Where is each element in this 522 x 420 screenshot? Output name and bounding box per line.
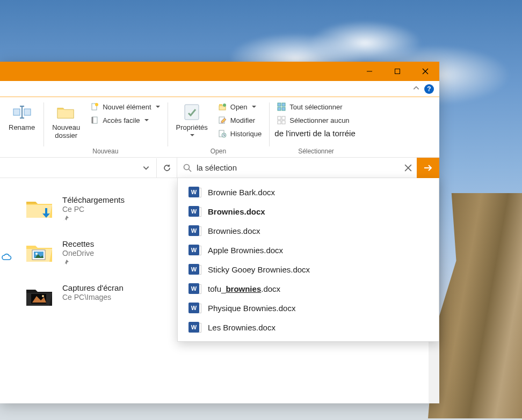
word-doc-icon [189, 283, 199, 294]
refresh-button[interactable] [156, 158, 177, 178]
suggestion-item[interactable]: Brownie Bark.docx [178, 182, 439, 202]
select-none-label: Sélectionner aucun [289, 116, 349, 124]
group-label-new: Nouveau [92, 146, 118, 156]
search-input[interactable] [193, 160, 400, 175]
cloud-sync-icon [1, 253, 12, 263]
invert-selection-label: de l'inverti de la torréie [274, 129, 355, 138]
properties-label: Propriétés [176, 124, 208, 132]
svg-rect-12 [185, 105, 199, 120]
svg-point-10 [95, 103, 98, 106]
easy-access-icon [90, 115, 99, 125]
select-none-icon [277, 115, 286, 125]
file-entry[interactable]: TéléchargementsCe PC [16, 195, 172, 224]
svg-line-28 [189, 169, 192, 172]
word-doc-icon [189, 303, 199, 313]
chevron-down-icon [144, 119, 149, 121]
file-location: Ce PC\Images [62, 293, 124, 301]
svg-rect-5 [24, 109, 31, 115]
chevron-down-icon [190, 134, 194, 136]
pin-icon [62, 215, 125, 224]
svg-rect-4 [13, 109, 20, 115]
search-go-button[interactable] [417, 158, 439, 178]
suggestion-text: Physique Brownies.docx [208, 304, 295, 313]
ribbon-group-select: Tout sélectionner Sélectionner aucun de … [269, 100, 363, 156]
file-title: Recettes [62, 239, 94, 248]
svg-point-27 [184, 164, 190, 170]
svg-point-34 [35, 253, 38, 255]
pin-icon [62, 259, 94, 268]
word-doc-icon [189, 245, 199, 255]
svg-rect-25 [278, 121, 281, 124]
invert-selection-button[interactable]: de l'inverti de la torréie [273, 127, 358, 139]
new-item-icon [90, 102, 99, 112]
svg-rect-23 [278, 116, 281, 120]
suggestion-text: Brownies.docx [208, 226, 260, 235]
open-icon [218, 102, 227, 112]
close-button[interactable] [411, 62, 439, 81]
word-doc-icon [189, 187, 199, 197]
file-list: TéléchargementsCe PCRecettesOneDriveCapt… [0, 178, 177, 403]
search-suggestions-dropdown: Brownie Bark.docxBrownies.docxBrownies.d… [177, 178, 439, 342]
suggestion-item[interactable]: Brownies.docx [178, 221, 439, 240]
ribbon-header: ? [0, 81, 439, 97]
word-doc-icon [189, 322, 199, 333]
minimize-button[interactable] [356, 62, 383, 81]
ribbon: Rename Nouveau dossier [0, 97, 439, 158]
svg-rect-21 [278, 107, 281, 110]
select-none-button[interactable]: Sélectionner aucun [273, 114, 358, 127]
maximize-button[interactable] [383, 62, 411, 81]
file-explorer-window: ? Rename Nouveau dossier [0, 62, 439, 403]
rename-label: Rename [9, 124, 35, 132]
group-label-open: Open [211, 146, 226, 156]
clear-search-button[interactable] [400, 159, 417, 176]
select-all-icon [277, 102, 286, 112]
easy-access-button[interactable]: Accès facile [86, 114, 163, 127]
search-bar [177, 158, 439, 178]
collapse-ribbon-icon[interactable] [412, 84, 420, 94]
word-doc-icon [189, 206, 199, 217]
address-search-bar [0, 158, 439, 178]
open-label: Open [230, 103, 248, 111]
rename-button[interactable]: Rename [4, 100, 39, 134]
edit-icon [218, 115, 227, 125]
file-entry[interactable]: Captures d'écranCe PC\Images [16, 283, 172, 308]
history-label: Historique [230, 130, 262, 138]
ribbon-group-rename: Rename [3, 100, 44, 156]
file-title: Captures d'écran [62, 283, 124, 292]
properties-button[interactable]: Propriétés [172, 100, 212, 138]
file-icon [16, 283, 54, 308]
chevron-down-icon [156, 106, 160, 108]
select-all-label: Tout sélectionner [289, 103, 342, 111]
group-label-select: Sélectionner [298, 146, 334, 156]
svg-rect-14 [219, 104, 222, 106]
ribbon-group-open: Propriétés Open Mod [168, 100, 270, 156]
word-doc-icon [189, 264, 199, 275]
title-bar[interactable] [0, 62, 439, 81]
svg-point-36 [42, 295, 44, 297]
suggestion-item[interactable]: Brownies.docx [178, 202, 439, 221]
suggestion-item[interactable]: Apple Brownies.docx [178, 240, 439, 260]
properties-icon [182, 102, 201, 122]
help-icon[interactable]: ? [424, 84, 434, 94]
address-bar[interactable] [0, 158, 177, 178]
open-button[interactable]: Open [214, 100, 265, 113]
suggestion-item[interactable]: Les Brownies.docx [178, 318, 439, 337]
new-folder-button[interactable]: Nouveau dossier [48, 100, 84, 142]
file-icon [16, 195, 54, 220]
new-item-button[interactable]: Nouvel élément [86, 100, 163, 113]
word-doc-icon [189, 225, 199, 236]
suggestion-item[interactable]: Physique Brownies.docx [178, 298, 439, 318]
svg-rect-22 [282, 107, 285, 110]
suggestion-item[interactable]: tofu_brownies.docx [178, 279, 439, 298]
edit-button[interactable]: Modifier [214, 114, 265, 127]
content-area: TéléchargementsCe PCRecettesOneDriveCapt… [0, 178, 439, 403]
svg-rect-1 [395, 69, 400, 74]
address-dropdown-button[interactable] [136, 158, 156, 178]
suggestion-item[interactable]: Sticky Gooey Brownies.docx [178, 260, 439, 279]
file-entry[interactable]: RecettesOneDrive [16, 239, 172, 268]
suggestion-text: tofu_brownies.docx [208, 284, 280, 293]
select-all-button[interactable]: Tout sélectionner [273, 100, 358, 113]
history-button[interactable]: Historique [214, 127, 265, 140]
easy-access-label: Accès facile [103, 116, 140, 124]
file-location: Ce PC [62, 205, 125, 213]
